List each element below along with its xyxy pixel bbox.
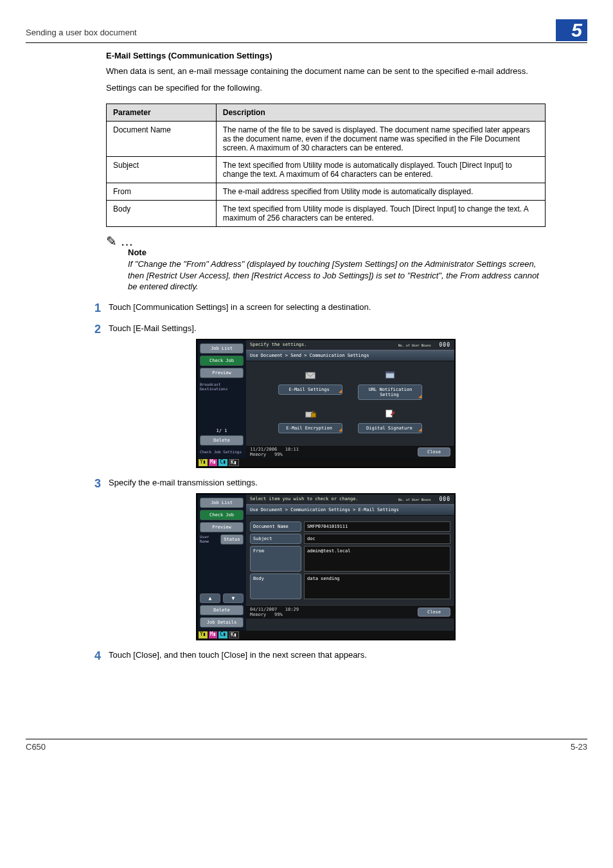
foot-time: 18:11 — [285, 447, 299, 452]
table-row: Document NameThe name of the file to be … — [107, 122, 546, 157]
instruction-text: Specify the settings. — [250, 342, 307, 347]
mail-icon — [303, 369, 317, 382]
email-encryption-button[interactable]: E-Mail Encryption — [278, 423, 342, 433]
url-notification-button[interactable]: URL Notification Setting — [358, 384, 422, 400]
footer-page: 5-23 — [571, 742, 587, 752]
footer-model: C650 — [26, 742, 46, 752]
counter: 000 — [440, 342, 450, 348]
step-4: Touch [Close], and then touch [Close] in… — [109, 649, 546, 662]
up-button[interactable]: ▲ — [200, 593, 220, 603]
page-indicator: 1/ 1 — [199, 428, 245, 433]
foot-time: 18:29 — [285, 607, 299, 612]
document-name-button[interactable]: Document Name — [250, 521, 301, 532]
check-job-button[interactable]: Check Job — [200, 510, 244, 520]
subject-value: doc — [304, 534, 450, 544]
breadcrumb: Use Document > Communication Settings > … — [246, 504, 454, 516]
broadcast-dest-label: Broadcast Destinations — [200, 382, 244, 391]
from-value: admin@test.local — [304, 546, 450, 572]
job-details-button[interactable]: Job Details — [200, 617, 244, 628]
screen-email-settings: Job List Check Job Preview User Name Sta… — [196, 493, 456, 640]
toner-statusbar: Y▮M▮C▮K▮ — [197, 631, 454, 639]
instruction-text: Select item you wish to check or change. — [250, 496, 359, 502]
step-1: Touch [Communication Settings] in a scre… — [109, 302, 546, 314]
delete-button[interactable]: Delete — [200, 435, 244, 446]
counter-label: No. of User Boxes — [398, 498, 431, 502]
note-label: Note — [128, 248, 546, 257]
svg-rect-5 — [386, 410, 393, 417]
email-settings-button[interactable]: E-Mail Settings — [278, 384, 342, 395]
intro-1: When data is sent, an e-mail message con… — [106, 66, 546, 77]
section-title: E-Mail Settings (Communication Settings) — [106, 51, 546, 60]
th-description: Description — [216, 104, 545, 122]
table-row: FromThe e-mail address specified from Ut… — [107, 183, 546, 201]
url-icon — [383, 369, 397, 382]
table-row: SubjectThe text specified from Utility m… — [107, 157, 546, 183]
from-button[interactable]: From — [250, 546, 301, 572]
lock-mail-icon — [303, 408, 317, 420]
body-button[interactable]: Body — [250, 574, 301, 599]
digital-signature-button[interactable]: Digital Signature — [358, 423, 422, 433]
param-table: Parameter Description Document NameThe n… — [106, 104, 546, 227]
job-list-button[interactable]: Job List — [200, 498, 244, 508]
foot-date: 11/21/2006 — [250, 447, 277, 452]
down-button[interactable]: ▼ — [223, 593, 244, 603]
counter: 000 — [440, 496, 450, 502]
signature-icon — [383, 408, 397, 420]
close-button[interactable]: Close — [418, 608, 450, 617]
intro-2: Settings can be specified for the follow… — [106, 82, 546, 94]
foot-mem: Memory — [250, 612, 266, 617]
step-3: Specify the e-mail transmission settings… — [109, 477, 546, 489]
breadcrumb: Use Document > Send > Communication Sett… — [246, 350, 454, 361]
step-2: Touch [E-Mail Settings]. — [109, 323, 546, 335]
preview-button[interactable]: Preview — [200, 522, 244, 532]
note-icon: ✎ … — [106, 234, 134, 248]
body-value: data sending — [304, 574, 450, 599]
foot-mem: Memory — [250, 452, 266, 457]
note-text: If "Change the "From" Address" (displaye… — [128, 258, 546, 293]
check-job-button[interactable]: Check Job — [200, 356, 244, 366]
svg-rect-2 — [386, 372, 395, 374]
step-num-4: 4 — [82, 649, 101, 662]
user-name-col: User Name — [200, 534, 219, 545]
table-row: BodyThe text specified from Utility mode… — [107, 201, 546, 227]
step-num-1: 1 — [82, 302, 101, 314]
subject-button[interactable]: Subject — [250, 534, 301, 544]
screen-comm-settings: Job List Check Job Preview Broadcast Des… — [196, 339, 456, 468]
th-parameter: Parameter — [107, 104, 217, 122]
check-job-settings[interactable]: Check Job Settings — [200, 449, 244, 454]
document-name-value: SMFP07041019111 — [304, 521, 450, 532]
foot-mempct: 99% — [274, 452, 283, 457]
step-num-3: 3 — [82, 477, 101, 489]
status-col[interactable]: Status — [220, 534, 244, 545]
foot-mempct: 99% — [274, 612, 283, 617]
close-button[interactable]: Close — [418, 448, 450, 457]
counter-label: No. of User Boxes — [398, 343, 431, 347]
running-head: Sending a user box document — [26, 28, 137, 41]
delete-button[interactable]: Delete — [200, 605, 244, 615]
preview-button[interactable]: Preview — [200, 368, 244, 378]
svg-rect-4 — [311, 413, 315, 417]
job-list-button[interactable]: Job List — [200, 343, 244, 354]
foot-date: 04/11/2007 — [250, 607, 277, 612]
chapter-num: 5 — [556, 19, 587, 41]
toner-statusbar: Y▮M▮C▮K▮ — [197, 458, 454, 467]
step-num-2: 2 — [82, 323, 101, 335]
